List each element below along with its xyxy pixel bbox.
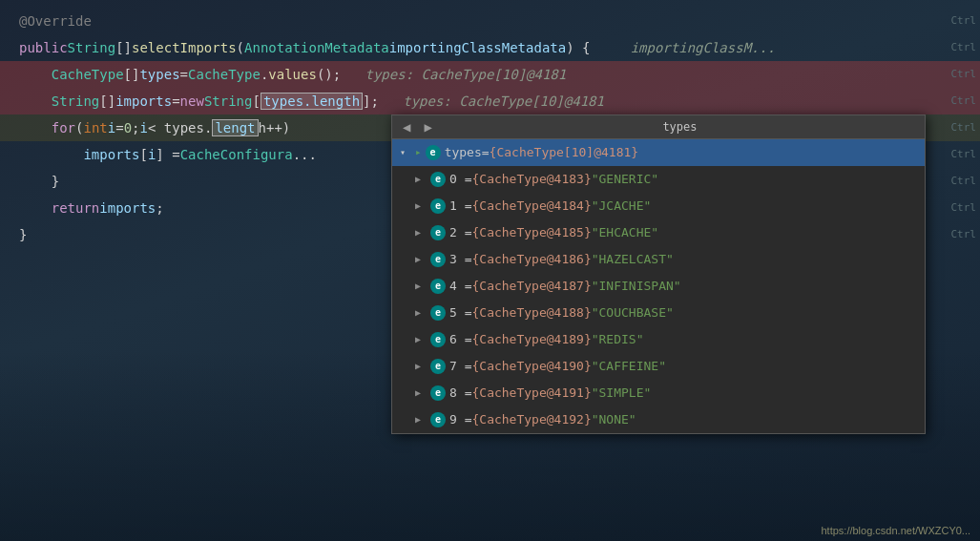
hint-types-1: types: CacheType[10]@4181 xyxy=(341,61,566,88)
enum-icon-8: e xyxy=(430,385,446,401)
right-hints-area: Ctrl Ctrl Ctrl Ctrl Ctrl Ctrl Ctrl Ctrl … xyxy=(928,0,980,541)
debug-row-5[interactable]: ▶ e 5 = {CacheType@4188} "COUCHBASE" xyxy=(392,300,925,326)
hint-types-2: types: CacheType[10]@4181 xyxy=(379,88,604,114)
debug-header: ◀ ▶ types xyxy=(392,115,925,139)
hint-4: Ctrl xyxy=(931,88,976,114)
code-line-1: @Override xyxy=(0,8,980,34)
enum-icon-9: e xyxy=(430,412,446,427)
debug-row-types[interactable]: ▾ ▸ e types = {CacheType[10]@4181} xyxy=(392,139,925,166)
code-line-3: CacheType [] types = CacheType . values … xyxy=(0,61,980,88)
debug-val-ehcache: "EHCACHE" xyxy=(592,222,658,243)
hint-importing: importingClassM... xyxy=(590,34,775,61)
hint-3: Ctrl xyxy=(931,61,976,88)
debug-panel: ◀ ▶ types ▾ ▸ e types = {CacheType[10]@4… xyxy=(391,114,926,434)
debug-row-3[interactable]: ▶ e 3 = {CacheType@4186} "HAZELCAST" xyxy=(392,246,925,273)
expand-arrow-types: ▾ xyxy=(400,142,415,163)
enum-icon-types: e xyxy=(426,145,441,160)
debug-val-couchbase: "COUCHBASE" xyxy=(592,302,674,323)
lengt-highlight: lengt xyxy=(212,119,258,136)
debug-val-caffeine: "CAFFEINE" xyxy=(592,356,666,377)
nav-fwd-button[interactable]: ▶ xyxy=(421,119,434,135)
debug-row-2[interactable]: ▶ e 2 = {CacheType@4185} "EHCACHE" xyxy=(392,219,925,246)
length-highlight: types.length xyxy=(261,93,363,110)
hint-8: Ctrl xyxy=(931,195,976,221)
url-bar: https://blog.csdn.net/WXZCY0... xyxy=(821,525,970,536)
enum-icon-2: e xyxy=(430,225,446,240)
debug-val-hazelcast: "HAZELCAST" xyxy=(592,249,674,270)
enum-icon-5: e xyxy=(430,305,446,321)
debug-val-none: "NONE" xyxy=(592,409,636,430)
code-line-2: public String [] selectImports ( Annotat… xyxy=(0,34,980,61)
hint-7: Ctrl xyxy=(931,168,976,195)
enum-icon-1: e xyxy=(430,198,446,214)
enum-icon-0: e xyxy=(430,172,446,187)
keyword-public: public xyxy=(19,34,68,61)
hint-2: Ctrl xyxy=(931,34,976,61)
debug-val-simple: "SIMPLE" xyxy=(592,383,652,404)
debug-val-infinispan: "INFINISPAN" xyxy=(592,276,681,297)
enum-icon-6: e xyxy=(430,332,446,347)
debug-row-8[interactable]: ▶ e 8 = {CacheType@4191} "SIMPLE" xyxy=(392,380,925,406)
annotation-override: @Override xyxy=(19,8,92,34)
type-string: String xyxy=(68,34,116,61)
method-selectImports: selectImports xyxy=(132,34,237,61)
hint-1: Ctrl xyxy=(931,8,976,34)
enum-icon-7: e xyxy=(430,359,446,374)
hint-5: Ctrl xyxy=(931,114,976,141)
debug-val-jcache: "JCACHE" xyxy=(592,196,652,217)
debug-key-types: types xyxy=(445,142,482,163)
hint-6: Ctrl xyxy=(931,141,976,168)
arrow-icon: ▸ xyxy=(415,142,422,163)
debug-val-redis: "REDIS" xyxy=(592,329,644,350)
debug-row-0[interactable]: ▶ e 0 = {CacheType@4183} "GENERIC" xyxy=(392,166,925,193)
editor-area: @Override public String [] selectImports… xyxy=(0,0,980,541)
debug-row-4[interactable]: ▶ e 4 = {CacheType@4187} "INFINISPAN" xyxy=(392,273,925,300)
debug-row-6[interactable]: ▶ e 6 = {CacheType@4189} "REDIS" xyxy=(392,326,925,353)
enum-icon-4: e xyxy=(430,279,446,294)
nav-back-button[interactable]: ◀ xyxy=(400,119,413,135)
enum-icon-3: e xyxy=(430,252,446,267)
hint-9: Ctrl xyxy=(931,221,976,248)
expand-arrow-0: ▶ xyxy=(415,169,430,190)
debug-row-7[interactable]: ▶ e 7 = {CacheType@4190} "CAFFEINE" xyxy=(392,353,925,380)
bracket-arr: [] xyxy=(115,34,132,61)
debug-row-9[interactable]: ▶ e 9 = {CacheType@4192} "NONE" xyxy=(392,406,925,433)
debug-row-1[interactable]: ▶ e 1 = {CacheType@4184} "JCACHE" xyxy=(392,193,925,219)
debug-val-generic: "GENERIC" xyxy=(592,169,658,190)
code-line-4: String [] imports = new String [ types.l… xyxy=(0,88,980,114)
debug-panel-title: types xyxy=(443,120,917,134)
debug-val-types: {CacheType[10]@4181} xyxy=(490,142,639,163)
